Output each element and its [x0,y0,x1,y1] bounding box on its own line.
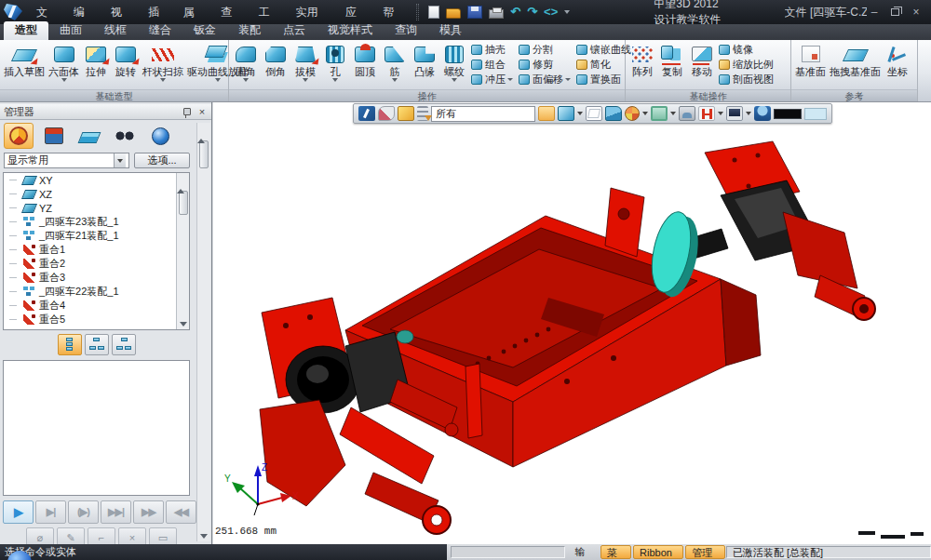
tab-wireframe[interactable]: 线框 [93,21,138,40]
entity-box-icon[interactable] [398,106,414,121]
chevron-down-icon[interactable] [577,112,583,115]
tree-item-constraint[interactable]: 重合1 [4,243,189,257]
open-file-icon[interactable] [446,8,461,19]
tab-surface[interactable]: 曲面 [48,21,93,40]
pattern-button[interactable]: 阵列 [627,41,657,77]
code-brackets-icon[interactable]: <> [544,6,558,19]
drag-datum-button[interactable]: 拖拽基准面 [828,41,883,77]
solid-display-icon[interactable] [605,106,622,121]
panel-scrollbar[interactable] [196,123,210,541]
restore-button[interactable] [891,8,899,16]
tree-item-constraint[interactable]: 重合3 [4,271,189,285]
hole-button[interactable]: 孔 [320,41,350,82]
wireframe-display-icon[interactable] [586,106,602,121]
scroll-up-icon[interactable] [177,173,184,193]
tree-item-component[interactable]: _四驱车22装配_1 [4,285,189,299]
tab-assembly[interactable]: 装配 [227,21,272,40]
pin-icon[interactable] [182,107,191,117]
exit-command-icon[interactable] [358,106,375,121]
redo-icon[interactable]: ↷ [527,6,537,19]
step-play-button[interactable]: (▶) [68,500,99,524]
tree-item-component[interactable]: _四驱车23装配_1 [4,215,189,229]
background-color-swatch[interactable] [774,109,802,119]
scroll-down-icon[interactable] [200,534,208,539]
tree-item-constraint[interactable]: 重合2 [4,257,189,271]
copy-button[interactable]: 复制 [657,41,687,77]
play-button[interactable]: ▶ [3,500,34,524]
dome-button[interactable]: 圆顶 [350,41,380,77]
highlight-color-swatch[interactable] [804,108,827,120]
render-image-icon[interactable] [679,106,695,121]
save-icon[interactable] [467,6,482,19]
mirror-button[interactable]: 镜像 [717,42,776,57]
divide-button[interactable]: 分割 [517,42,573,57]
tree-item-constraint[interactable]: 重合4 [4,299,189,313]
section-view-button[interactable]: 剖面视图 [717,72,776,87]
pick-filter-dropdown[interactable]: 所有 [431,106,535,122]
tree-view-button[interactable] [85,334,109,355]
simplify-button[interactable]: 简化 [574,57,633,72]
chevron-down-icon[interactable] [642,112,648,115]
rib-button[interactable]: 筋 [380,41,410,82]
punch-button[interactable]: 冲压 [469,72,515,87]
face-offset-button[interactable]: 面偏移 [517,72,573,87]
extrude-button[interactable]: 拉伸 [81,41,111,77]
play-to-end-button[interactable]: ▶| [35,500,66,524]
tab-heal[interactable]: 缝合 [138,21,182,40]
ribbon-toggle[interactable]: Ribbon栏 [633,545,683,559]
datum-plane-button[interactable]: 基准面 [793,41,828,77]
assembly-manager-button[interactable] [39,123,69,149]
minimize-button[interactable]: – [867,6,882,19]
scale-button[interactable]: 缩放比例 [717,57,776,72]
quick-access-chevron-icon[interactable] [564,10,570,14]
step-to-end-button[interactable]: ▶▶| [101,500,131,524]
tree-item-xz[interactable]: XZ [4,187,189,201]
shaded-display-icon[interactable] [538,106,555,121]
new-file-icon[interactable] [428,6,439,19]
background-image-icon[interactable] [651,106,668,121]
scrollbar-thumb[interactable] [199,140,209,168]
color-wheel-icon[interactable] [625,106,640,121]
scroll-down-icon[interactable] [180,322,187,327]
fast-forward-button[interactable]: ▶▶ [133,500,164,524]
model-4wd-car-chassis[interactable]: Z X Y [213,102,931,544]
move-button[interactable]: 移动 [687,41,717,77]
scroll-up-icon[interactable] [197,123,205,143]
tree-item-yz[interactable]: YZ [4,201,189,215]
replace-face-button[interactable]: 置换面 [574,72,633,87]
menu-toggle[interactable]: 菜单 [600,545,631,559]
tree-item-component[interactable]: _四驱车21装配_1 [4,229,189,243]
panel-close-icon[interactable]: × [196,106,208,117]
tree-item-constraint[interactable]: 重合5 [4,313,189,327]
tab-shape[interactable]: 造型 [4,21,48,40]
hierarchy-view-button[interactable] [112,334,136,355]
tab-visualstyle[interactable]: 视觉样式 [317,21,384,40]
shell-button[interactable]: 抽壳 [469,42,515,57]
visual-manager-button[interactable] [145,123,175,149]
brush-icon[interactable] [378,106,395,121]
filter-icon[interactable] [417,106,428,121]
chevron-down-icon[interactable] [670,112,676,115]
display-settings-icon[interactable] [726,106,743,121]
undo-icon[interactable]: ↶ [510,6,520,19]
manager-toggle[interactable]: 管理器 [685,545,725,559]
close-button[interactable]: × [909,6,924,19]
tab-sheetmetal[interactable]: 钣金 [182,21,227,40]
combine-button[interactable]: 组合 [469,57,515,72]
revolve-button[interactable]: 旋转 [111,41,141,77]
tree-scrollbar[interactable] [176,173,189,329]
thread-button[interactable]: 螺纹 [439,41,469,82]
sweep-button[interactable]: 杆状扫掠 [141,41,185,82]
embed-curve-button[interactable]: 镶嵌曲线 [574,42,633,57]
insert-sketch-button[interactable]: 插入草图 [2,41,47,77]
chamfer-button[interactable]: 倒角 [261,41,290,77]
layer-manager-button[interactable] [74,123,104,149]
tab-pointcloud[interactable]: 点云 [272,21,317,40]
block-button[interactable]: 六面体 [47,41,81,82]
rewind-button[interactable]: ◀◀ [166,500,196,524]
options-button[interactable]: 选项... [134,153,190,168]
print-icon[interactable] [489,9,504,19]
section-tool-icon[interactable] [698,106,715,121]
display-filter-dropdown[interactable]: 显示常用 [4,153,129,168]
fillet-button[interactable]: 圆角 [231,41,261,82]
